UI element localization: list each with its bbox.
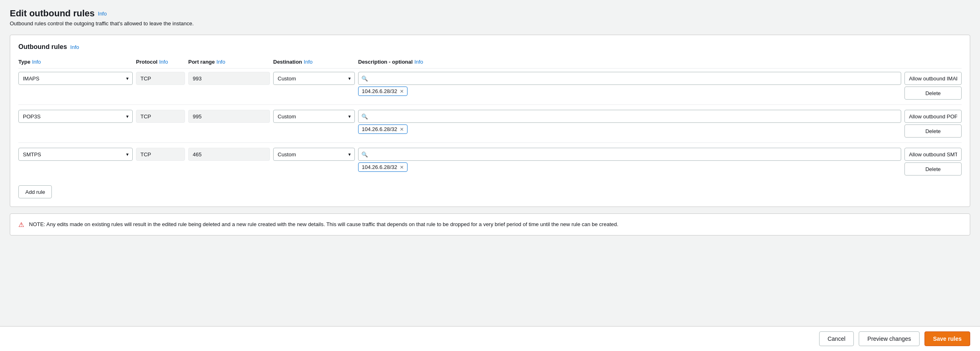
col-destination: Destination Info xyxy=(273,59,355,65)
tag-item-0: 104.26.6.28/32 ✕ xyxy=(358,87,408,96)
page-wrapper: Edit outbound rules Info Outbound rules … xyxy=(0,0,980,351)
table-header-row: Type Info Protocol Info Port range Info … xyxy=(18,59,962,69)
page-title-info-link[interactable]: Info xyxy=(98,11,107,17)
warning-icon: ⚠ xyxy=(18,221,24,229)
description-cell-2: Delete xyxy=(904,148,962,176)
col-type: Type Info xyxy=(18,59,133,65)
table-row: SMTPS ▼ Custom ▼ xyxy=(18,148,962,176)
destination-cell-1: Custom ▼ xyxy=(273,110,355,123)
description-input-2[interactable] xyxy=(904,148,962,161)
col-protocol-info[interactable]: Info xyxy=(159,59,168,65)
col-port-range-info[interactable]: Info xyxy=(216,59,225,65)
destination-search-input-1[interactable] xyxy=(358,110,901,123)
search-input-wrapper-2: 🔍 xyxy=(358,148,901,161)
page-subtitle: Outbound rules control the outgoing traf… xyxy=(10,20,970,27)
col-destination-info[interactable]: Info xyxy=(304,59,313,65)
save-rules-button[interactable]: Save rules xyxy=(924,331,970,346)
delete-button-2[interactable]: Delete xyxy=(904,162,962,176)
protocol-input-2 xyxy=(136,148,185,161)
protocol-input-1 xyxy=(136,110,185,123)
port-range-cell-0 xyxy=(188,72,270,85)
outbound-rules-panel: Outbound rules Info Type Info Protocol I… xyxy=(10,35,970,207)
warning-text: NOTE: Any edits made on existing rules w… xyxy=(29,220,618,229)
add-rule-button[interactable]: Add rule xyxy=(18,185,52,198)
cancel-button[interactable]: Cancel xyxy=(819,331,854,346)
panel-info-link[interactable]: Info xyxy=(70,44,79,50)
description-input-1[interactable] xyxy=(904,110,962,123)
destination-area-1: 🔍 104.26.6.28/32 ✕ xyxy=(358,110,901,134)
delete-button-1[interactable]: Delete xyxy=(904,124,962,138)
description-input-0[interactable] xyxy=(904,72,962,85)
divider-0 xyxy=(18,104,962,105)
port-range-input-1 xyxy=(188,110,270,123)
port-range-cell-2 xyxy=(188,148,270,161)
type-select-wrapper-2: SMTPS ▼ xyxy=(18,148,133,161)
delete-button-0[interactable]: Delete xyxy=(904,87,962,100)
type-select-wrapper-0: IMAPS ▼ xyxy=(18,72,133,85)
table-row: IMAPS ▼ Custom ▼ xyxy=(18,72,962,100)
preview-changes-button[interactable]: Preview changes xyxy=(859,331,920,346)
col-protocol: Protocol Info xyxy=(136,59,185,65)
destination-cell-2: Custom ▼ xyxy=(273,148,355,161)
protocol-input-0 xyxy=(136,72,185,85)
tag-remove-button-2[interactable]: ✕ xyxy=(400,165,404,170)
type-select-1[interactable]: POP3S xyxy=(18,110,133,123)
protocol-cell-2 xyxy=(136,148,185,161)
footer-bar: Cancel Preview changes Save rules xyxy=(0,326,980,351)
destination-select-0[interactable]: Custom xyxy=(273,72,355,85)
type-select-0[interactable]: IMAPS xyxy=(18,72,133,85)
destination-area-2: 🔍 104.26.6.28/32 ✕ xyxy=(358,148,901,172)
page-title-text: Edit outbound rules xyxy=(10,8,95,19)
tag-value-0: 104.26.6.28/32 xyxy=(362,88,397,94)
destination-select-wrapper-0: Custom ▼ xyxy=(273,72,355,85)
port-range-input-2 xyxy=(188,148,270,161)
search-input-wrapper-0: 🔍 xyxy=(358,72,901,85)
col-description-info[interactable]: Info xyxy=(414,59,423,65)
tag-value-2: 104.26.6.28/32 xyxy=(362,164,397,170)
tag-item-1: 104.26.6.28/32 ✕ xyxy=(358,124,408,134)
divider-1 xyxy=(18,142,962,143)
port-range-input-0 xyxy=(188,72,270,85)
page-title: Edit outbound rules Info xyxy=(10,8,970,19)
panel-title: Outbound rules xyxy=(18,43,67,51)
destination-search-input-0[interactable] xyxy=(358,72,901,85)
destination-select-wrapper-1: Custom ▼ xyxy=(273,110,355,123)
description-cell-0: Delete xyxy=(904,72,962,100)
tag-item-2: 104.26.6.28/32 ✕ xyxy=(358,162,408,172)
destination-select-2[interactable]: Custom xyxy=(273,148,355,161)
search-icon-1: 🔍 xyxy=(361,113,368,120)
type-cell-2: SMTPS ▼ xyxy=(18,148,133,161)
warning-panel: ⚠ NOTE: Any edits made on existing rules… xyxy=(10,213,970,235)
main-content: Edit outbound rules Info Outbound rules … xyxy=(0,0,980,326)
protocol-cell-1 xyxy=(136,110,185,123)
search-icon-0: 🔍 xyxy=(361,76,368,82)
tag-remove-button-1[interactable]: ✕ xyxy=(400,127,404,132)
destination-search-input-2[interactable] xyxy=(358,148,901,161)
type-select-2[interactable]: SMTPS xyxy=(18,148,133,161)
panel-header: Outbound rules Info xyxy=(18,43,962,51)
destination-area-0: 🔍 104.26.6.28/32 ✕ xyxy=(358,72,901,96)
col-description: Description - optional Info xyxy=(358,59,901,65)
col-port-range: Port range Info xyxy=(188,59,270,65)
destination-cell-0: Custom ▼ xyxy=(273,72,355,85)
col-type-info[interactable]: Info xyxy=(32,59,41,65)
destination-select-1[interactable]: Custom xyxy=(273,110,355,123)
rules-container: IMAPS ▼ Custom ▼ xyxy=(18,72,962,176)
search-input-wrapper-1: 🔍 xyxy=(358,110,901,123)
port-range-cell-1 xyxy=(188,110,270,123)
destination-select-wrapper-2: Custom ▼ xyxy=(273,148,355,161)
type-cell-1: POP3S ▼ xyxy=(18,110,133,123)
tag-value-1: 104.26.6.28/32 xyxy=(362,126,397,132)
search-icon-2: 🔍 xyxy=(361,151,368,158)
tag-remove-button-0[interactable]: ✕ xyxy=(400,89,404,94)
type-cell-0: IMAPS ▼ xyxy=(18,72,133,85)
protocol-cell-0 xyxy=(136,72,185,85)
description-cell-1: Delete xyxy=(904,110,962,138)
table-row: POP3S ▼ Custom ▼ xyxy=(18,110,962,138)
type-select-wrapper-1: POP3S ▼ xyxy=(18,110,133,123)
